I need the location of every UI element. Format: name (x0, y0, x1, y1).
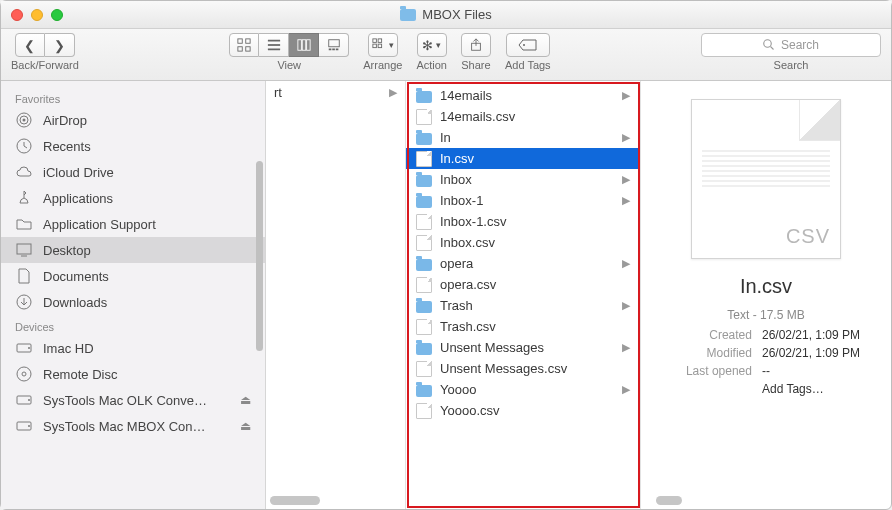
file-row[interactable]: opera.csv (406, 274, 640, 295)
file-row[interactable]: Inbox-1.csv (406, 211, 640, 232)
eject-icon[interactable]: ⏏ (240, 393, 251, 407)
hd-icon (15, 417, 33, 435)
file-row[interactable]: Trash.csv (406, 316, 640, 337)
gear-icon: ✻ (422, 38, 433, 53)
preview-meta-table: Created 26/02/21, 1:09 PM Modified 26/02… (672, 328, 860, 396)
sidebar-scrollbar[interactable] (256, 161, 263, 351)
action-button[interactable]: ✻ ▾ (417, 33, 447, 57)
sidebar-item-systools-mac-olk-conve-[interactable]: SysTools Mac OLK Conve…⏏ (1, 387, 265, 413)
gallery-icon (327, 38, 341, 52)
sidebar-item-label: iCloud Drive (43, 165, 114, 180)
file-row[interactable]: 14emails▶ (406, 85, 640, 106)
forward-button[interactable]: ❯ (45, 33, 75, 57)
svg-rect-17 (378, 44, 382, 48)
view-list-button[interactable] (259, 33, 289, 57)
file-name: Trash.csv (440, 319, 496, 334)
file-row[interactable]: Unsent Messages.csv (406, 358, 640, 379)
icloud-icon (15, 163, 33, 181)
folder-icon (400, 9, 416, 21)
sidebar-item-systools-mac-mbox-con-[interactable]: SysTools Mac MBOX Con…⏏ (1, 413, 265, 439)
created-label: Created (672, 328, 752, 342)
last-opened-value: -- (762, 364, 860, 378)
add-tags-link[interactable]: Add Tags… (762, 382, 860, 396)
preview-thumbnail: CSV (691, 99, 841, 259)
sidebar-item-icloud-drive[interactable]: iCloud Drive (1, 159, 265, 185)
downloads-icon (15, 293, 33, 311)
file-row[interactable]: Yoooo.csv (406, 400, 640, 421)
scrollbar-thumb[interactable] (270, 496, 320, 505)
file-row[interactable]: opera▶ (406, 253, 640, 274)
sidebar-item-remote-disc[interactable]: Remote Disc (1, 361, 265, 387)
document-icon (416, 361, 432, 377)
file-row[interactable]: Inbox-1▶ (406, 190, 640, 211)
back-button[interactable]: ❮ (15, 33, 45, 57)
favorites-header: Favorites (1, 87, 265, 107)
sidebar-item-label: Recents (43, 139, 91, 154)
file-row[interactable]: In▶ (406, 127, 640, 148)
zoom-icon[interactable] (51, 9, 63, 21)
sidebar-item-recents[interactable]: Recents (1, 133, 265, 159)
search-input[interactable]: Search (701, 33, 881, 57)
svg-point-32 (28, 347, 30, 349)
file-row[interactable]: In.csv (406, 148, 640, 169)
scrollbar-thumb[interactable] (656, 496, 682, 505)
svg-rect-3 (246, 47, 250, 51)
document-icon (416, 214, 432, 230)
file-name: Yoooo.csv (440, 403, 500, 418)
file-row[interactable]: 14emails.csv (406, 106, 640, 127)
column-1: rt ▶ (266, 81, 406, 509)
bottom-scrollbar[interactable] (270, 496, 692, 506)
share-icon (469, 38, 483, 52)
last-opened-label: Last opened (672, 364, 752, 378)
file-name: 14emails (440, 88, 492, 103)
file-row[interactable]: Unsent Messages▶ (406, 337, 640, 358)
sidebar-item-downloads[interactable]: Downloads (1, 289, 265, 315)
search-placeholder: Search (781, 38, 819, 52)
minimize-icon[interactable] (31, 9, 43, 21)
file-row[interactable]: Inbox▶ (406, 169, 640, 190)
sidebar-item-label: SysTools Mac MBOX Con… (43, 419, 206, 434)
sidebar-item-desktop[interactable]: Desktop (1, 237, 265, 263)
sidebar-item-airdrop[interactable]: AirDrop (1, 107, 265, 133)
sidebar-item-label: Applications (43, 191, 113, 206)
sidebar-item-label: Remote Disc (43, 367, 117, 382)
svg-rect-16 (378, 39, 382, 43)
chevron-right-icon: ▶ (622, 383, 630, 396)
sidebar: Favorites AirDropRecentsiCloud DriveAppl… (1, 81, 266, 509)
view-columns-button[interactable] (289, 33, 319, 57)
svg-rect-10 (328, 40, 339, 47)
hd-icon (15, 391, 33, 409)
eject-icon[interactable]: ⏏ (240, 419, 251, 433)
file-name: opera (440, 256, 473, 271)
file-row[interactable]: Trash▶ (406, 295, 640, 316)
sidebar-item-imac-hd[interactable]: Imac HD (1, 335, 265, 361)
file-name: In.csv (440, 151, 474, 166)
sidebar-item-label: SysTools Mac OLK Conve… (43, 393, 207, 408)
close-icon[interactable] (11, 9, 23, 21)
file-row[interactable]: Yoooo▶ (406, 379, 640, 400)
arrange-group: ▾ Arrange (363, 33, 402, 71)
column-1-item[interactable]: rt ▶ (266, 81, 405, 104)
search-icon (763, 39, 775, 51)
chevron-right-icon: ▶ (622, 341, 630, 354)
document-icon (416, 319, 432, 335)
share-button[interactable] (461, 33, 491, 57)
file-name: Inbox.csv (440, 235, 495, 250)
airdrop-icon (15, 111, 33, 129)
view-icons-button[interactable] (229, 33, 259, 57)
document-icon (416, 151, 432, 167)
file-row[interactable]: Inbox.csv (406, 232, 640, 253)
preview-filename: In.csv (740, 275, 792, 298)
sidebar-item-documents[interactable]: Documents (1, 263, 265, 289)
svg-rect-11 (328, 49, 331, 51)
back-forward-label: Back/Forward (11, 59, 79, 71)
sidebar-item-application-support[interactable]: Application Support (1, 211, 265, 237)
tag-icon (518, 38, 538, 52)
add-tags-button[interactable] (506, 33, 550, 57)
action-label: Action (416, 59, 447, 71)
sidebar-item-applications[interactable]: Applications (1, 185, 265, 211)
arrange-button[interactable]: ▾ (368, 33, 398, 57)
main-area: Favorites AirDropRecentsiCloud DriveAppl… (1, 81, 891, 509)
svg-line-22 (770, 47, 773, 50)
view-gallery-button[interactable] (319, 33, 349, 57)
